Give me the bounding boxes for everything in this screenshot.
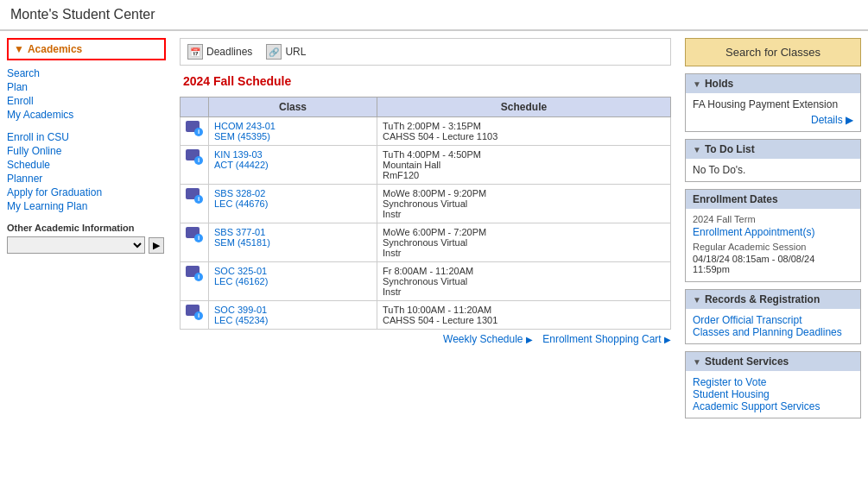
records-link-1[interactable]: Classes and Planning Deadlines xyxy=(693,326,842,338)
url-button[interactable]: 🔗 URL xyxy=(266,44,306,60)
class-link[interactable]: KIN 139-03 ACT (44422) xyxy=(214,149,269,170)
class-info: SOC 399-01 LEC (45234) xyxy=(209,301,377,330)
todo-content: No To Do's. xyxy=(693,164,853,176)
class-icon: i xyxy=(186,188,203,204)
class-icon: i xyxy=(186,305,203,320)
class-schedule: TuTh 10:00AM - 11:20AM CAHSS 504 - Lectu… xyxy=(377,301,671,330)
enrollment-cart-label: Enrollment Shopping Cart xyxy=(542,333,661,345)
nav-my-learning-plan[interactable]: My Learning Plan xyxy=(7,200,166,212)
records-link-1-label: Classes and Planning Deadlines xyxy=(693,326,842,338)
deadlines-button[interactable]: 📅 Deadlines xyxy=(187,44,252,60)
class-link[interactable]: SBS 377-01 SEM (45181) xyxy=(214,227,270,248)
holds-title: Holds xyxy=(705,78,733,90)
holds-details-arrow: ▶ xyxy=(846,114,853,126)
class-link[interactable]: SOC 325-01 LEC (46162) xyxy=(214,266,268,286)
nav-enroll[interactable]: Enroll xyxy=(7,95,166,107)
nav-search[interactable]: Search xyxy=(7,67,166,79)
col-icon xyxy=(181,98,209,117)
holds-details-link[interactable]: Details ▶ xyxy=(693,114,853,126)
enrollment-appointment-link[interactable]: Enrollment Appointment(s) xyxy=(693,226,814,238)
class-icon-cell[interactable]: i xyxy=(181,117,209,146)
records-body: Order Official Transcript Classes and Pl… xyxy=(686,309,860,343)
student-services-link-2[interactable]: Academic Support Services xyxy=(693,400,820,412)
nav-fully-online[interactable]: Fully Online xyxy=(7,145,166,157)
enrollment-dates-title: Enrollment Dates xyxy=(693,193,778,205)
nav-enroll-csu[interactable]: Enroll in CSU xyxy=(7,131,166,143)
todo-header: ▼ To Do List xyxy=(686,140,860,159)
nav-my-academics[interactable]: My Academics xyxy=(7,109,166,121)
url-icon: 🔗 xyxy=(266,44,282,60)
table-row: i SOC 399-01 LEC (45234)TuTh 10:00AM - 1… xyxy=(181,301,671,330)
enrollment-cart-link[interactable]: Enrollment Shopping Cart ▶ xyxy=(542,333,671,345)
table-row: i HCOM 243-01 SEM (45395)TuTh 2:00PM - 3… xyxy=(181,117,671,146)
records-title: Records & Registration xyxy=(705,293,820,305)
page-title: Monte's Student Center xyxy=(10,7,858,22)
class-icon: i xyxy=(186,266,203,281)
records-header: ▼ Records & Registration xyxy=(686,290,860,309)
deadlines-icon: 📅 xyxy=(187,44,203,60)
holds-arrow: ▼ xyxy=(693,79,701,89)
other-academic-label: Other Academic Information xyxy=(7,223,166,233)
student-services-body: Register to Vote Student Housing Academi… xyxy=(686,371,860,418)
holds-details-label: Details xyxy=(811,114,843,126)
class-info: SBS 377-01 SEM (45181) xyxy=(209,223,377,262)
enrollment-session: Regular Academic Session xyxy=(693,242,853,252)
secondary-nav: Enroll in CSU Fully Online Schedule Plan… xyxy=(7,131,166,212)
holds-header: ▼ Holds xyxy=(686,74,860,93)
search-classes-button[interactable]: Search for Classes xyxy=(685,38,861,66)
nav-schedule[interactable]: Schedule xyxy=(7,159,166,171)
class-schedule: TuTh 2:00PM - 3:15PM CAHSS 504 - Lecture… xyxy=(377,117,671,146)
nav-apply-graduation[interactable]: Apply for Graduation xyxy=(7,186,166,198)
nav-plan[interactable]: Plan xyxy=(7,81,166,93)
class-link[interactable]: HCOM 243-01 SEM (45395) xyxy=(214,121,276,142)
records-arrow: ▼ xyxy=(693,295,701,305)
class-icon-cell[interactable]: i xyxy=(181,223,209,262)
nav-planner[interactable]: Planner xyxy=(7,173,166,185)
deadlines-label: Deadlines xyxy=(206,46,252,58)
weekly-schedule-link[interactable]: Weekly Schedule ▶ xyxy=(443,333,535,345)
class-info: KIN 139-03 ACT (44422) xyxy=(209,146,377,185)
student-services-link-0[interactable]: Register to Vote xyxy=(693,376,766,388)
holds-content: FA Housing Payment Extension xyxy=(693,98,853,110)
class-link[interactable]: SOC 399-01 LEC (45234) xyxy=(214,305,268,325)
class-icon: i xyxy=(186,149,203,165)
class-icon-cell[interactable]: i xyxy=(181,301,209,330)
class-icon-cell[interactable]: i xyxy=(181,185,209,223)
student-services-link-2-label: Academic Support Services xyxy=(693,400,820,412)
class-link[interactable]: SBS 328-02 LEC (44676) xyxy=(214,188,268,209)
other-academic-select[interactable] xyxy=(7,236,145,254)
enrollment-appointment-label: Enrollment Appointment(s) xyxy=(693,226,814,238)
class-icon: i xyxy=(186,227,203,242)
todo-widget: ▼ To Do List No To Do's. xyxy=(685,139,861,182)
schedule-title: 2024 Fall Schedule xyxy=(180,71,671,91)
table-row: i SBS 328-02 LEC (44676)MoWe 8:00PM - 9:… xyxy=(181,185,671,223)
todo-title: To Do List xyxy=(705,143,755,155)
enrollment-dates-widget: Enrollment Dates 2024 Fall Term Enrollme… xyxy=(685,189,861,282)
student-services-link-0-label: Register to Vote xyxy=(693,376,766,388)
table-row: i SBS 377-01 SEM (45181)MoWe 6:00PM - 7:… xyxy=(181,223,671,262)
academics-arrow: ▼ xyxy=(14,43,24,55)
todo-body: No To Do's. xyxy=(686,159,860,181)
holds-widget: ▼ Holds FA Housing Payment Extension Det… xyxy=(685,73,861,132)
student-services-arrow: ▼ xyxy=(693,357,701,367)
student-services-title: Student Services xyxy=(705,355,789,368)
other-academic-go-btn[interactable]: ▶ xyxy=(149,237,164,254)
academics-header[interactable]: ▼ Academics xyxy=(7,38,166,60)
class-schedule: MoWe 8:00PM - 9:20PM Synchronous Virtual… xyxy=(377,185,671,223)
class-icon-cell[interactable]: i xyxy=(181,262,209,301)
student-services-link-1[interactable]: Student Housing xyxy=(693,388,770,400)
academics-label: Academics xyxy=(28,43,82,55)
records-link-0-label: Order Official Transcript xyxy=(693,314,801,326)
url-label: URL xyxy=(285,46,306,58)
footer-links: Weekly Schedule ▶ Enrollment Shopping Ca… xyxy=(180,330,671,349)
class-info: SOC 325-01 LEC (46162) xyxy=(209,262,377,301)
enrollment-term: 2024 Fall Term xyxy=(693,214,853,224)
enrollment-date-range: 04/18/24 08:15am - 08/08/24 11:59pm xyxy=(693,254,853,274)
enrollment-dates-header: Enrollment Dates xyxy=(686,190,860,209)
toolbar: 📅 Deadlines 🔗 URL xyxy=(180,38,671,66)
class-schedule: MoWe 6:00PM - 7:20PM Synchronous Virtual… xyxy=(377,223,671,262)
table-row: i SOC 325-01 LEC (46162)Fr 8:00AM - 11:2… xyxy=(181,262,671,301)
student-services-widget: ▼ Student Services Register to Vote Stud… xyxy=(685,351,861,418)
records-link-0[interactable]: Order Official Transcript xyxy=(693,314,801,326)
class-icon-cell[interactable]: i xyxy=(181,146,209,185)
